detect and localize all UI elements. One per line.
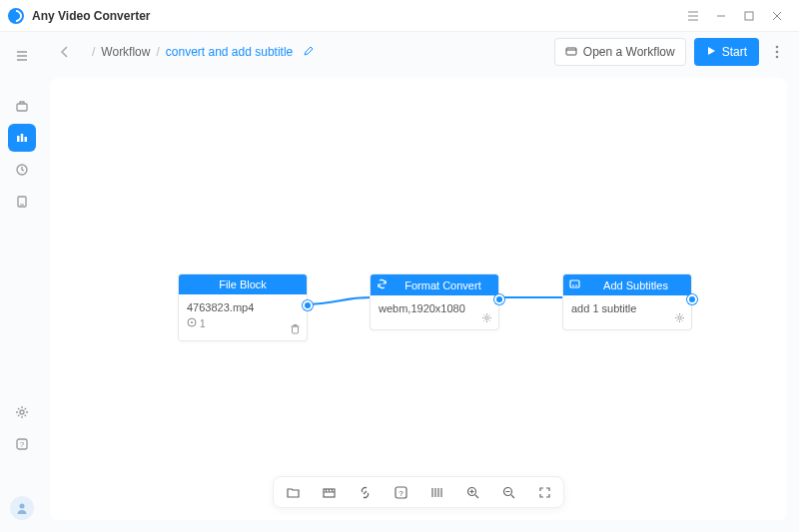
app-title: Any Video Converter <box>32 9 150 23</box>
canvas-toolbar: ? <box>273 476 564 508</box>
node-add-subtitles[interactable]: Add Subtitles add 1 subtitle <box>562 273 692 330</box>
svg-text:?: ? <box>399 488 403 497</box>
open-workflow-label: Open a Workflow <box>583 45 675 59</box>
svg-point-14 <box>776 56 779 59</box>
more-button[interactable] <box>767 45 787 59</box>
svg-text:?: ? <box>20 440 25 449</box>
tool-align-icon[interactable] <box>427 483 445 501</box>
svg-point-20 <box>678 316 681 319</box>
svg-rect-3 <box>21 134 24 142</box>
rename-icon[interactable] <box>303 45 315 60</box>
sidebar-item-history[interactable] <box>8 156 36 184</box>
output-port[interactable] <box>494 294 504 304</box>
play-icon <box>706 45 716 59</box>
breadcrumb-root[interactable]: Workflow <box>101 45 150 59</box>
node-count: 1 <box>200 318 206 329</box>
titlebar: Any Video Converter <box>0 0 799 32</box>
node-detail: webm,1920x1080 <box>379 302 490 314</box>
sidebar-item-settings[interactable] <box>8 398 36 426</box>
node-title: File Block <box>185 278 301 290</box>
output-port[interactable] <box>303 300 313 310</box>
svg-rect-11 <box>566 48 576 55</box>
start-label: Start <box>722 45 747 59</box>
sidebar-item-help[interactable]: ? <box>8 430 36 458</box>
user-avatar[interactable] <box>10 496 34 520</box>
svg-point-10 <box>20 504 25 509</box>
svg-rect-17 <box>293 326 299 333</box>
output-port[interactable] <box>687 294 697 304</box>
sidebar-item-toolbox[interactable] <box>8 92 36 120</box>
svg-rect-19 <box>570 280 579 287</box>
svg-point-7 <box>20 410 24 414</box>
tool-help-icon[interactable]: ? <box>392 483 409 501</box>
breadcrumb: / Workflow / convert and add subtitle <box>92 45 315 60</box>
breadcrumb-current[interactable]: convert and add subtitle <box>166 45 293 59</box>
tool-folder-icon[interactable] <box>284 483 302 501</box>
node-filename: 4763823.mp4 <box>187 301 299 313</box>
subtitle-icon <box>569 278 580 291</box>
convert-icon <box>377 278 388 291</box>
open-workflow-button[interactable]: Open a Workflow <box>554 38 686 66</box>
svg-rect-4 <box>25 137 28 142</box>
sidebar: ? <box>0 32 44 532</box>
node-title: Add Subtitles <box>586 279 685 291</box>
node-title: Format Convert <box>394 279 492 291</box>
svg-rect-0 <box>745 12 753 20</box>
maximize-button[interactable] <box>735 2 763 30</box>
svg-point-12 <box>776 46 779 49</box>
menu-icon[interactable] <box>679 2 707 30</box>
minimize-button[interactable] <box>707 2 735 30</box>
workflow-canvas[interactable]: File Block 4763823.mp4 1 Fo <box>50 78 787 520</box>
folder-open-icon <box>565 45 577 60</box>
svg-point-18 <box>485 316 488 319</box>
delete-icon[interactable] <box>290 323 301 336</box>
back-button[interactable] <box>56 45 74 59</box>
tool-fit-icon[interactable] <box>535 483 553 501</box>
tool-link-icon[interactable] <box>356 483 374 501</box>
gear-icon[interactable] <box>481 312 492 325</box>
svg-point-13 <box>776 51 779 54</box>
tool-zoom-out-icon[interactable] <box>499 483 517 501</box>
sidebar-item-downloads[interactable] <box>8 188 36 216</box>
svg-rect-1 <box>17 104 27 111</box>
app-logo-icon <box>8 8 24 24</box>
topbar: / Workflow / convert and add subtitle Op… <box>44 32 799 72</box>
hamburger-icon[interactable] <box>8 42 36 70</box>
svg-point-16 <box>191 321 193 323</box>
svg-rect-2 <box>17 136 20 142</box>
node-detail: add 1 subtitle <box>571 302 683 314</box>
start-button[interactable]: Start <box>694 38 759 66</box>
tool-clapper-icon[interactable] <box>320 483 338 501</box>
node-file-block[interactable]: File Block 4763823.mp4 1 <box>178 273 308 341</box>
close-button[interactable] <box>763 2 791 30</box>
node-format-convert[interactable]: Format Convert webm,1920x1080 <box>370 273 499 330</box>
target-icon <box>187 317 197 329</box>
tool-zoom-in-icon[interactable] <box>463 483 481 501</box>
sidebar-item-workflow[interactable] <box>8 124 36 152</box>
gear-icon[interactable] <box>674 312 685 325</box>
